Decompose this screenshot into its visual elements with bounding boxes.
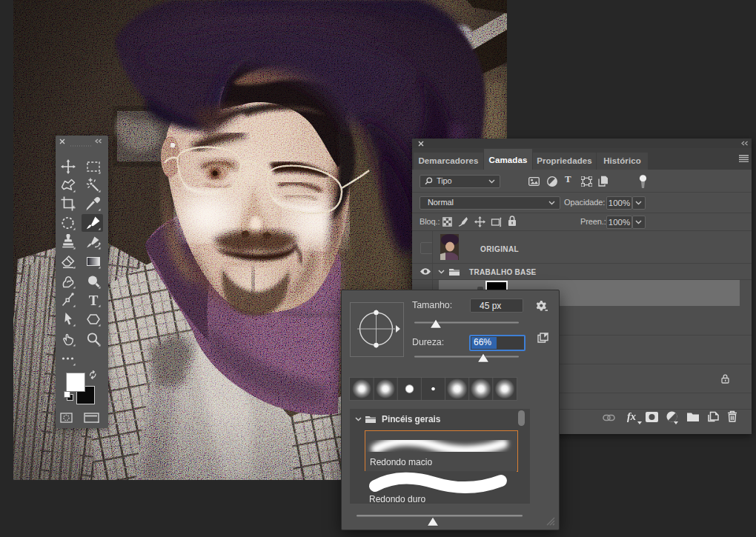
svg-text:T: T: [88, 293, 98, 308]
svg-text:Redondo macio: Redondo macio: [370, 457, 432, 467]
svg-text:Redondo duro: Redondo duro: [369, 494, 425, 504]
